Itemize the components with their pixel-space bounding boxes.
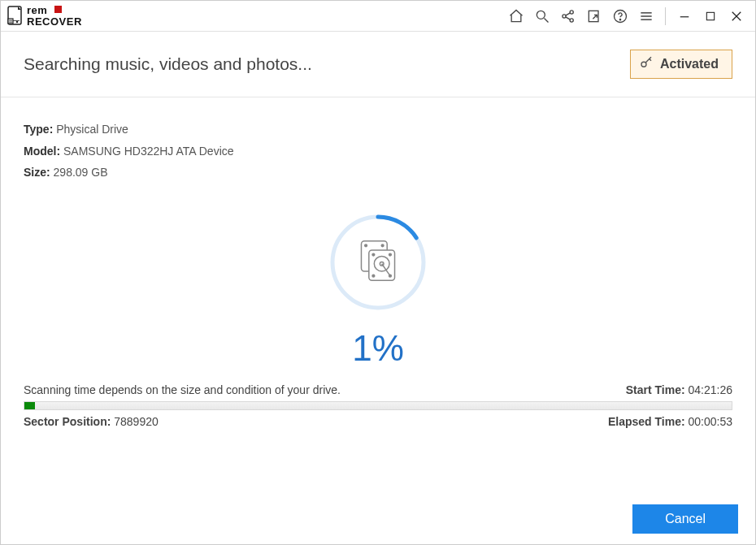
svg-rect-5: [10, 19, 11, 20]
svg-text:RECOVER: RECOVER: [27, 15, 82, 28]
key-icon: [639, 55, 654, 73]
search-icon[interactable]: [530, 4, 554, 28]
svg-rect-8: [11, 21, 12, 22]
page-title: Searching music, videos and photos...: [24, 54, 630, 74]
svg-point-21: [619, 19, 620, 19]
titlebar-toolbar: [504, 4, 749, 28]
export-icon[interactable]: [582, 4, 606, 28]
drive-size-label: Size:: [24, 166, 50, 179]
svg-line-13: [545, 18, 549, 22]
svg-rect-6: [11, 19, 12, 20]
svg-line-17: [566, 12, 571, 15]
elapsed-time-value: 00:00:53: [689, 415, 733, 428]
footer: Cancel: [632, 504, 738, 534]
start-time-value: 04:21:26: [689, 383, 733, 396]
sector-position-label: Sector Position:: [24, 415, 111, 428]
activated-badge: Activated: [630, 50, 732, 79]
svg-point-38: [389, 253, 392, 256]
svg-point-29: [641, 62, 646, 67]
svg-point-39: [372, 275, 375, 277]
app-logo: rem RECOVER: [7, 4, 108, 28]
titlebar-separator: [665, 7, 666, 25]
svg-point-34: [365, 244, 367, 247]
svg-point-2: [16, 20, 18, 22]
svg-line-18: [566, 16, 571, 19]
titlebar: rem RECOVER: [1, 1, 755, 32]
cancel-button[interactable]: Cancel: [632, 504, 738, 534]
help-icon[interactable]: [608, 4, 632, 28]
svg-point-37: [372, 253, 375, 256]
start-time-label: Start Time:: [626, 383, 685, 396]
scan-progress-fill: [24, 402, 35, 409]
progress-ring: [325, 210, 431, 315]
svg-rect-26: [706, 12, 714, 19]
share-icon[interactable]: [556, 4, 580, 28]
svg-line-31: [650, 59, 651, 61]
scan-note: Scanning time depends on the size and co…: [24, 383, 341, 396]
maximize-icon[interactable]: [698, 4, 723, 28]
svg-point-12: [537, 11, 545, 19]
hdd-icon: [355, 238, 401, 287]
scan-info: Scanning time depends on the size and co…: [1, 369, 755, 428]
svg-text:rem: rem: [27, 4, 47, 16]
drive-info: Type: Physical Drive Model: SAMSUNG HD32…: [1, 97, 755, 184]
progress-area: 1%: [1, 210, 755, 369]
drive-model-value: SAMSUNG HD322HJ ATA Device: [63, 145, 234, 158]
menu-icon[interactable]: [634, 4, 658, 28]
close-icon[interactable]: [724, 4, 749, 28]
page-header: Searching music, videos and photos... Ac…: [1, 32, 755, 97]
activated-label: Activated: [660, 57, 719, 71]
drive-size-value: 298.09 GB: [54, 166, 108, 179]
svg-rect-10: [54, 6, 62, 13]
svg-point-35: [381, 244, 384, 247]
svg-rect-7: [10, 21, 11, 22]
minimize-icon[interactable]: [672, 4, 697, 28]
drive-size-row: Size: 298.09 GB: [24, 162, 732, 184]
progress-percent: 1%: [352, 328, 404, 369]
svg-rect-4: [8, 19, 13, 24]
home-icon[interactable]: [504, 4, 528, 28]
drive-type-value: Physical Drive: [56, 123, 128, 136]
elapsed-time-label: Elapsed Time:: [608, 415, 685, 428]
drive-type-row: Type: Physical Drive: [24, 119, 732, 141]
scan-progress-bar: [24, 401, 732, 410]
drive-model-row: Model: SAMSUNG HD322HJ ATA Device: [24, 141, 732, 162]
drive-model-label: Model:: [24, 145, 60, 158]
drive-type-label: Type:: [24, 123, 53, 136]
sector-position-value: 7889920: [114, 415, 159, 428]
